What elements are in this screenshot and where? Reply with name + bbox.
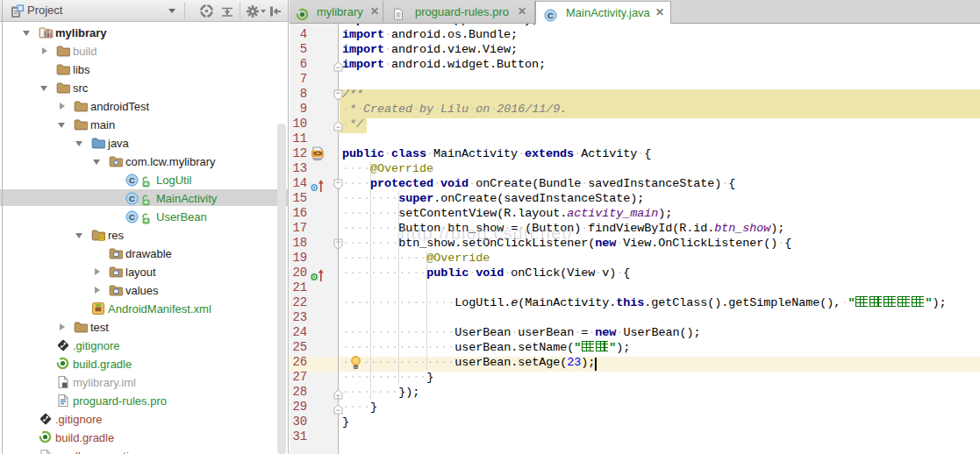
svg-text:C: C bbox=[129, 175, 135, 185]
svg-text:C: C bbox=[129, 212, 135, 222]
svg-text:C: C bbox=[547, 11, 554, 20]
svg-text:<>: <> bbox=[313, 150, 322, 159]
svg-text:C: C bbox=[129, 194, 135, 203]
